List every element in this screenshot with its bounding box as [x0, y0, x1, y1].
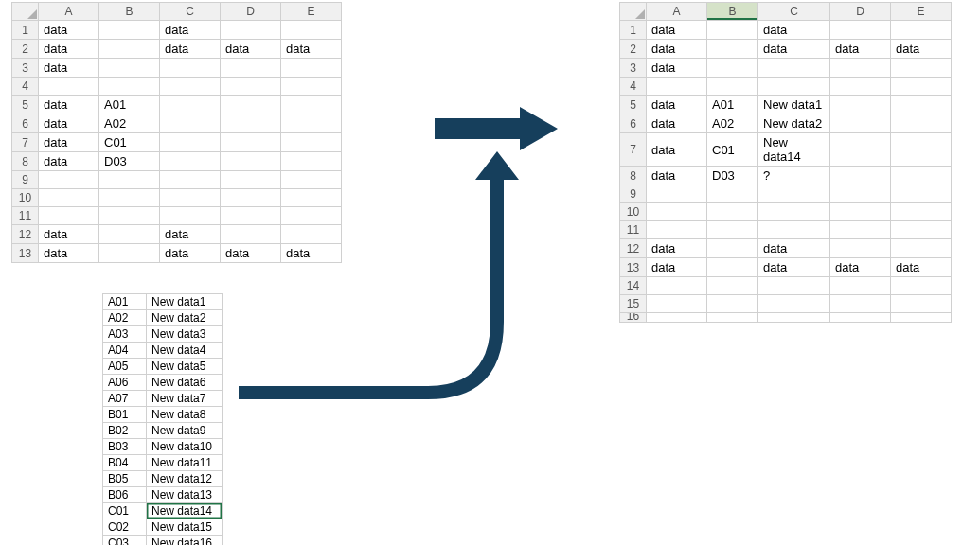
lookup-key[interactable]: A05: [103, 359, 147, 375]
row-header[interactable]: 5: [12, 96, 39, 114]
cell[interactable]: [830, 203, 891, 221]
cell[interactable]: [160, 96, 221, 114]
cell[interactable]: data: [39, 152, 99, 171]
cell[interactable]: [891, 185, 952, 203]
row-header[interactable]: 7: [12, 133, 39, 152]
col-header[interactable]: B: [99, 3, 160, 21]
cell[interactable]: [758, 313, 830, 323]
lookup-value[interactable]: New data3: [147, 326, 223, 343]
cell[interactable]: C01: [99, 133, 160, 152]
cell[interactable]: data: [647, 40, 707, 59]
row-header[interactable]: 8: [12, 152, 39, 171]
cell[interactable]: [160, 171, 221, 189]
select-all-corner[interactable]: [620, 3, 647, 21]
cell[interactable]: [891, 313, 952, 323]
col-header-selected[interactable]: B: [707, 3, 758, 21]
cell[interactable]: [99, 78, 160, 96]
cell[interactable]: [707, 239, 758, 258]
cell[interactable]: [99, 225, 160, 244]
cell[interactable]: data: [758, 258, 830, 277]
cell[interactable]: [99, 189, 160, 207]
row-header[interactable]: 1: [12, 21, 39, 40]
cell[interactable]: [160, 152, 221, 171]
row-header[interactable]: 12: [12, 225, 39, 244]
row-header[interactable]: 3: [12, 59, 39, 78]
lookup-value[interactable]: New data4: [147, 343, 223, 359]
row-header[interactable]: 3: [620, 59, 647, 78]
cell[interactable]: [39, 171, 99, 189]
cell[interactable]: [707, 203, 758, 221]
cell[interactable]: data: [160, 244, 221, 263]
cell[interactable]: [281, 114, 342, 133]
cell[interactable]: [707, 40, 758, 59]
cell[interactable]: [891, 277, 952, 295]
lookup-key[interactable]: C03: [103, 536, 147, 546]
cell[interactable]: [647, 185, 707, 203]
cell[interactable]: [99, 59, 160, 78]
cell[interactable]: data: [647, 21, 707, 40]
cell[interactable]: [99, 21, 160, 40]
lookup-value[interactable]: New data2: [147, 310, 223, 326]
cell[interactable]: [891, 295, 952, 313]
cell[interactable]: A02: [99, 114, 160, 133]
col-header[interactable]: C: [758, 3, 830, 21]
lookup-key[interactable]: C01: [103, 503, 147, 519]
cell[interactable]: [891, 133, 952, 167]
cell[interactable]: [99, 171, 160, 189]
cell[interactable]: [830, 78, 891, 96]
cell[interactable]: data: [758, 239, 830, 258]
cell[interactable]: [281, 59, 342, 78]
lookup-value[interactable]: New data16: [147, 536, 223, 546]
lookup-value[interactable]: New data10: [147, 439, 223, 455]
cell[interactable]: [758, 59, 830, 78]
cell[interactable]: [830, 59, 891, 78]
cell[interactable]: [758, 78, 830, 96]
cell[interactable]: data: [830, 258, 891, 277]
row-header[interactable]: 10: [12, 189, 39, 207]
row-header[interactable]: 10: [620, 203, 647, 221]
cell[interactable]: [758, 295, 830, 313]
cell[interactable]: [707, 313, 758, 323]
cell[interactable]: [281, 21, 342, 40]
row-header[interactable]: 16: [620, 313, 647, 323]
cell[interactable]: data: [647, 133, 707, 167]
cell[interactable]: data: [647, 114, 707, 133]
cell[interactable]: [647, 78, 707, 96]
lookup-value[interactable]: New data11: [147, 455, 223, 471]
row-header[interactable]: 1: [620, 21, 647, 40]
lookup-key[interactable]: A01: [103, 294, 147, 310]
cell[interactable]: [830, 96, 891, 114]
cell[interactable]: A01: [707, 96, 758, 114]
lookup-key[interactable]: A02: [103, 310, 147, 326]
row-header[interactable]: 8: [620, 167, 647, 185]
cell[interactable]: data: [647, 258, 707, 277]
cell[interactable]: [221, 114, 281, 133]
lookup-key[interactable]: A04: [103, 343, 147, 359]
cell[interactable]: [160, 59, 221, 78]
row-header[interactable]: 6: [12, 114, 39, 133]
cell[interactable]: New data2: [758, 114, 830, 133]
row-header[interactable]: 2: [620, 40, 647, 59]
cell[interactable]: [99, 207, 160, 225]
cell[interactable]: data: [647, 239, 707, 258]
cell[interactable]: [221, 96, 281, 114]
select-all-corner[interactable]: [12, 3, 39, 21]
lookup-key[interactable]: B01: [103, 407, 147, 423]
row-header[interactable]: 14: [620, 277, 647, 295]
cell[interactable]: [758, 203, 830, 221]
cell[interactable]: [221, 78, 281, 96]
cell[interactable]: A01: [99, 96, 160, 114]
cell[interactable]: data: [891, 258, 952, 277]
lookup-key[interactable]: B05: [103, 471, 147, 487]
cell[interactable]: [830, 114, 891, 133]
cell[interactable]: [758, 277, 830, 295]
cell[interactable]: data: [281, 40, 342, 59]
row-header[interactable]: 6: [620, 114, 647, 133]
lookup-key[interactable]: B06: [103, 487, 147, 503]
cell[interactable]: data: [39, 133, 99, 152]
cell[interactable]: [830, 313, 891, 323]
lookup-key[interactable]: C02: [103, 519, 147, 536]
cell[interactable]: [830, 277, 891, 295]
cell[interactable]: data: [39, 225, 99, 244]
cell[interactable]: data: [39, 96, 99, 114]
